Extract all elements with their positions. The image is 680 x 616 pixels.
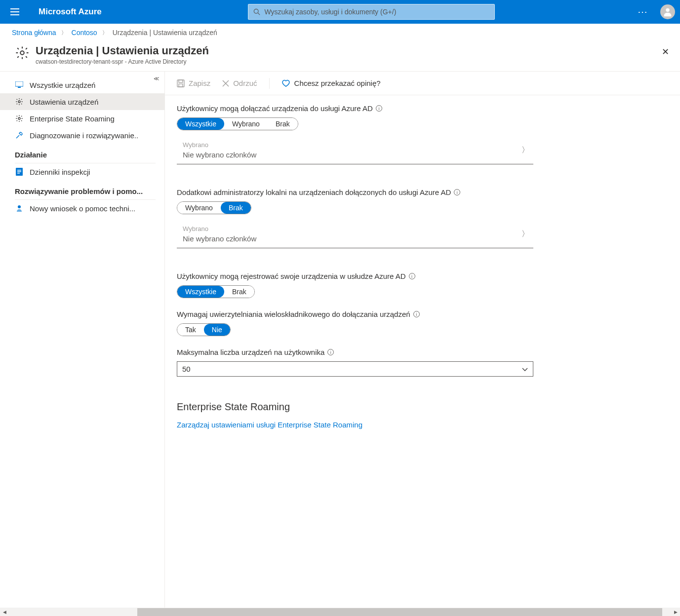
- feedback-button[interactable]: Chcesz przekazać opinię?: [277, 76, 386, 90]
- pill-group-register: Wszystkie Brak: [177, 285, 255, 298]
- svg-rect-12: [17, 170, 21, 171]
- content-area: Zapisz Odrzuć Chcesz przekazać opinię? U…: [165, 72, 680, 608]
- chevron-right-icon: 〉: [61, 29, 67, 37]
- pill-group-join-devices: Wszystkie Wybrano Brak: [177, 117, 298, 130]
- sidebar-item-esr[interactable]: Enterprise State Roaming: [0, 110, 164, 127]
- sidebar-item-support-request[interactable]: Nowy wniosek o pomoc techni...: [0, 200, 164, 217]
- sidebar-label: Dzienniki inspekcji: [30, 168, 90, 176]
- info-icon[interactable]: i: [327, 349, 334, 355]
- svg-point-3: [254, 9, 259, 13]
- info-icon[interactable]: i: [454, 189, 460, 195]
- svg-line-4: [258, 13, 260, 15]
- setting-join-devices-label: Użytkownicy mogą dołączać urządzenia do …: [177, 104, 533, 113]
- svg-point-15: [18, 205, 21, 208]
- esr-manage-link[interactable]: Zarządzaj ustawieniami usługi Enterprise…: [177, 421, 533, 429]
- breadcrumb-tenant[interactable]: Contoso: [72, 29, 97, 37]
- close-button[interactable]: ✕: [662, 46, 669, 57]
- svg-rect-18: [179, 84, 183, 87]
- user-avatar[interactable]: [660, 4, 675, 19]
- brand-label: Microsoft Azure: [30, 7, 111, 17]
- more-menu-button[interactable]: ⋯: [633, 6, 653, 18]
- toolbar: Zapisz Odrzuć Chcesz przekazać opinię?: [165, 72, 680, 95]
- pill-none[interactable]: Brak: [221, 202, 251, 214]
- pill-all[interactable]: Wszystkie: [177, 286, 224, 298]
- search-input[interactable]: [264, 8, 489, 16]
- scroll-thumb[interactable]: [137, 608, 662, 616]
- search-box[interactable]: [248, 4, 495, 20]
- sidebar-label: Wszystkie urządzeń: [30, 81, 95, 89]
- page-title: Urządzenia | Ustawienia urządzeń: [36, 44, 209, 57]
- breadcrumb-current: Urządzenia | Ustawienia urządzeń: [113, 29, 217, 37]
- esr-section-title: Enterprise State Roaming: [177, 401, 533, 413]
- menu-toggle-button[interactable]: [5, 2, 25, 22]
- chevron-right-icon: 〉: [102, 29, 108, 37]
- svg-rect-16: [177, 80, 184, 87]
- support-icon: [15, 204, 24, 213]
- scroll-track[interactable]: [9, 608, 671, 616]
- sidebar-label: Nowy wniosek o pomoc techni...: [30, 204, 135, 213]
- svg-rect-8: [18, 87, 21, 88]
- horizontal-scrollbar[interactable]: ◀ ▶: [0, 608, 680, 616]
- collapse-sidebar-button[interactable]: ≪: [154, 76, 160, 82]
- svg-point-5: [666, 8, 669, 12]
- pill-group-mfa: Tak Nie: [177, 323, 231, 336]
- gear-icon: [15, 97, 24, 106]
- gear-icon: [15, 45, 30, 62]
- pill-selected[interactable]: Wybrano: [224, 118, 268, 130]
- pill-none[interactable]: Brak: [268, 118, 298, 130]
- wrench-icon: [15, 131, 24, 140]
- scroll-right-arrow[interactable]: ▶: [671, 608, 680, 616]
- page-subtitle: cwatson-testdirectory-tenant-sspr - Azur…: [36, 58, 209, 65]
- svg-rect-0: [10, 8, 19, 9]
- chevron-right-icon: 〉: [521, 145, 533, 155]
- pill-none[interactable]: Brak: [224, 286, 254, 298]
- pill-selected[interactable]: Wybrano: [177, 202, 221, 214]
- breadcrumb: Strona główna 〉 Contoso 〉 Urządzenia | U…: [0, 24, 680, 41]
- pill-all[interactable]: Wszystkie: [177, 118, 224, 130]
- sidebar-label: Diagnozowanie i rozwiązywanie..: [30, 131, 138, 140]
- monitor-icon: [15, 80, 24, 89]
- svg-rect-17: [179, 80, 183, 82]
- top-bar: Microsoft Azure ⋯: [0, 0, 680, 24]
- log-icon: [15, 167, 24, 176]
- setting-local-admins-label: Dodatkowi administratorzy lokalni na urz…: [177, 188, 533, 196]
- sidebar-label: Enterprise State Roaming: [30, 115, 115, 123]
- scroll-left-arrow[interactable]: ◀: [0, 608, 9, 616]
- discard-button[interactable]: Odrzuć: [217, 76, 262, 90]
- gear-icon: [15, 114, 24, 123]
- svg-rect-14: [17, 173, 20, 174]
- member-selector-admins[interactable]: Wybrano Nie wybrano członków 〉: [177, 222, 533, 248]
- sidebar-item-diagnose[interactable]: Diagnozowanie i rozwiązywanie..: [0, 127, 164, 144]
- info-icon[interactable]: i: [413, 311, 420, 317]
- svg-rect-7: [15, 81, 23, 86]
- chevron-down-icon: [522, 365, 528, 373]
- setting-register-devices-label: Użytkownicy mogą rejestrować swoje urząd…: [177, 272, 533, 280]
- top-right: ⋯: [633, 4, 675, 19]
- chevron-right-icon: 〉: [521, 229, 533, 239]
- divider: [269, 78, 270, 89]
- pill-no[interactable]: Nie: [204, 324, 230, 336]
- pill-group-local-admins: Wybrano Brak: [177, 201, 251, 214]
- member-selector-join[interactable]: Wybrano Nie wybrano członków 〉: [177, 138, 533, 164]
- max-devices-dropdown[interactable]: 50: [177, 361, 533, 377]
- sidebar-section-troubleshoot: Rozwiązywanie problemów i pomo...: [0, 180, 164, 199]
- info-icon[interactable]: i: [376, 105, 382, 112]
- svg-rect-1: [10, 11, 19, 12]
- setting-max-devices-label: Maksymalna liczba urządzeń na użytkownik…: [177, 348, 533, 356]
- sidebar-item-all-devices[interactable]: Wszystkie urządzeń: [0, 77, 164, 93]
- sidebar-section-activity: Działanie: [0, 144, 164, 163]
- svg-point-10: [18, 117, 20, 119]
- save-button[interactable]: Zapisz: [172, 76, 215, 90]
- svg-rect-13: [17, 171, 21, 172]
- pill-yes[interactable]: Tak: [177, 324, 204, 336]
- sidebar-label: Ustawienia urządzeń: [30, 98, 98, 106]
- sidebar: ≪ Wszystkie urządzeń Ustawienia urządzeń…: [0, 72, 165, 608]
- setting-mfa-label: Wymagaj uwierzytelniania wieloskładnikow…: [177, 310, 533, 318]
- save-icon: [177, 79, 185, 87]
- svg-rect-2: [10, 14, 19, 15]
- info-icon[interactable]: i: [409, 273, 415, 279]
- sidebar-item-audit-logs[interactable]: Dzienniki inspekcji: [0, 163, 164, 180]
- breadcrumb-home[interactable]: Strona główna: [12, 29, 56, 37]
- sidebar-item-device-settings[interactable]: Ustawienia urządzeń: [0, 93, 164, 110]
- svg-point-6: [20, 51, 24, 55]
